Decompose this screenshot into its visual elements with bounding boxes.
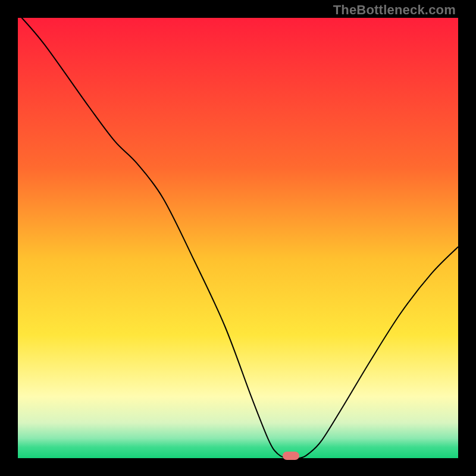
watermark-text: TheBottleneck.com bbox=[333, 2, 456, 18]
bottleneck-curve bbox=[18, 18, 458, 458]
chart-frame: TheBottleneck.com bbox=[0, 0, 476, 476]
plot-area bbox=[18, 18, 458, 458]
optimal-point-marker bbox=[283, 452, 299, 460]
